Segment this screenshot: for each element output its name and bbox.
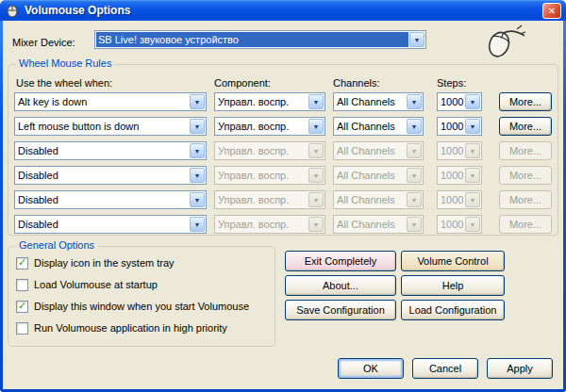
trigger-select-1[interactable]: Alt key is down ▼ xyxy=(14,92,207,111)
column-header-when: Use the wheel when: xyxy=(16,77,112,89)
chevron-down-icon[interactable]: ▼ xyxy=(190,94,205,109)
more-button-1[interactable]: More... xyxy=(499,92,552,111)
cancel-button[interactable]: Cancel xyxy=(412,358,478,379)
chevron-down-icon: ▼ xyxy=(308,192,324,207)
channels-select-3: All Channels ▼ xyxy=(333,141,424,160)
chevron-down-icon: ▼ xyxy=(308,143,324,158)
trigger-value-2: Left mouse button is down xyxy=(16,119,189,134)
more-button-4: More... xyxy=(499,166,552,185)
help-button[interactable]: Help xyxy=(401,275,505,296)
chevron-down-icon[interactable]: ▼ xyxy=(190,143,205,158)
chevron-glyph: ▼ xyxy=(470,99,476,106)
apply-button[interactable]: Apply xyxy=(487,358,553,379)
checkbox-label: Load Volumouse at startup xyxy=(34,279,158,290)
general-options-title: General Options xyxy=(16,239,97,251)
chevron-glyph: ▼ xyxy=(470,148,476,155)
chevron-glyph: ▼ xyxy=(194,197,201,204)
chevron-glyph: ▼ xyxy=(313,99,320,106)
steps-value-3: 1000 xyxy=(439,143,464,158)
chevron-down-icon[interactable]: ▼ xyxy=(190,119,205,134)
channels-select-1[interactable]: All Channels ▼ xyxy=(333,92,424,111)
checkbox-box[interactable] xyxy=(16,279,28,291)
chevron-glyph: ▼ xyxy=(411,221,418,228)
mixer-device-label: Mixer Device: xyxy=(12,37,75,48)
close-button[interactable]: ✕ xyxy=(542,3,561,19)
chevron-down-icon[interactable]: ▼ xyxy=(409,32,424,47)
steps-select-1[interactable]: 1000 ▼ xyxy=(437,92,482,111)
app-mouse-icon xyxy=(5,4,20,18)
trigger-select-3[interactable]: Disabled ▼ xyxy=(14,141,207,160)
steps-select-2[interactable]: 1000 ▼ xyxy=(437,117,482,136)
volume-control-button[interactable]: Volume Control xyxy=(401,251,505,271)
chevron-glyph: ▼ xyxy=(194,148,201,155)
checkbox-high-priority[interactable]: Run Volumouse application in high priori… xyxy=(16,321,227,335)
component-select-1[interactable]: Управл. воспр. ▼ xyxy=(214,92,325,111)
window-title: Volumouse Options xyxy=(25,4,130,17)
chevron-down-icon[interactable]: ▼ xyxy=(465,119,480,134)
chevron-down-icon[interactable]: ▼ xyxy=(308,94,324,109)
chevron-glyph: ▼ xyxy=(313,221,320,228)
chevron-down-icon: ▼ xyxy=(308,217,324,232)
chevron-glyph: ▼ xyxy=(470,221,476,228)
checkbox-label: Run Volumouse application in high priori… xyxy=(34,322,227,334)
column-header-steps: Steps: xyxy=(437,77,466,89)
general-options-group: General Options ✓ Display icon in the sy… xyxy=(8,246,275,347)
chevron-down-icon[interactable]: ▼ xyxy=(465,94,480,109)
chevron-down-icon[interactable]: ▼ xyxy=(407,94,422,109)
trigger-value-4: Disabled xyxy=(16,168,189,183)
checkbox-box[interactable]: ✓ xyxy=(16,257,28,270)
component-select-6: Управл. воспр. ▼ xyxy=(214,215,325,234)
steps-value-6: 1000 xyxy=(439,217,464,232)
more-button-3: More... xyxy=(499,141,552,160)
channels-select-5: All Channels ▼ xyxy=(333,190,424,209)
more-button-6: More... xyxy=(499,215,552,234)
chevron-down-icon: ▼ xyxy=(465,168,480,183)
trigger-value-6: Disabled xyxy=(16,217,189,232)
chevron-down-icon[interactable]: ▼ xyxy=(407,119,422,134)
chevron-down-icon[interactable]: ▼ xyxy=(190,168,205,183)
chevron-down-icon[interactable]: ▼ xyxy=(190,192,205,207)
trigger-select-6[interactable]: Disabled ▼ xyxy=(14,215,207,234)
component-select-2[interactable]: Управл. воспр. ▼ xyxy=(214,117,325,136)
rule-row-2: Left mouse button is down ▼ Управл. восп… xyxy=(8,117,558,136)
component-value-3: Управл. воспр. xyxy=(216,143,308,158)
chevron-down-icon: ▼ xyxy=(407,192,422,207)
checkbox-display-tray-icon[interactable]: ✓ Display icon in the system tray xyxy=(16,256,175,270)
ok-button[interactable]: OK xyxy=(338,358,404,379)
chevron-glyph: ▼ xyxy=(411,99,418,106)
chevron-glyph: ▼ xyxy=(194,172,201,179)
trigger-select-4[interactable]: Disabled ▼ xyxy=(14,166,207,185)
mixer-device-select[interactable]: SB Live! звуковое устройство ▼ xyxy=(94,30,426,49)
steps-select-5: 1000 ▼ xyxy=(437,190,482,209)
volumouse-options-window: Volumouse Options ✕ Mixer Device: SB Liv… xyxy=(0,0,566,392)
channels-value-4: All Channels xyxy=(335,168,406,183)
checkbox-box[interactable]: ✓ xyxy=(16,301,28,313)
load-configuration-button[interactable]: Load Configuration xyxy=(401,300,505,320)
steps-select-3: 1000 ▼ xyxy=(437,141,482,160)
about-button[interactable]: About... xyxy=(285,275,396,296)
chevron-down-icon[interactable]: ▼ xyxy=(190,217,205,232)
trigger-select-2[interactable]: Left mouse button is down ▼ xyxy=(14,117,207,136)
chevron-down-icon: ▼ xyxy=(465,143,480,158)
steps-value-2: 1000 xyxy=(439,119,464,134)
chevron-down-icon[interactable]: ▼ xyxy=(308,119,324,134)
component-select-3: Управл. воспр. ▼ xyxy=(214,141,325,160)
trigger-value-1: Alt key is down xyxy=(16,94,189,109)
checkbox-box[interactable] xyxy=(16,322,28,335)
channels-select-4: All Channels ▼ xyxy=(333,166,424,185)
chevron-glyph: ▼ xyxy=(313,123,320,130)
titlebar[interactable]: Volumouse Options ✕ xyxy=(0,0,566,21)
channels-value-2: All Channels xyxy=(335,119,406,134)
chevron-glyph: ▼ xyxy=(411,123,418,130)
checkbox-display-window-on-start[interactable]: ✓ Display this window when you start Vol… xyxy=(16,300,249,313)
column-header-channels: Channels: xyxy=(333,77,380,89)
channels-select-2[interactable]: All Channels ▼ xyxy=(333,117,424,136)
wheel-mouse-rules-group: Wheel Mouse Rules Use the wheel when: Co… xyxy=(8,64,558,236)
channels-value-1: All Channels xyxy=(335,94,406,109)
checkbox-load-at-startup[interactable]: Load Volumouse at startup xyxy=(16,278,158,291)
more-button-2[interactable]: More... xyxy=(499,117,552,136)
steps-select-6: 1000 ▼ xyxy=(437,215,482,234)
save-configuration-button[interactable]: Save Configuration xyxy=(285,300,396,320)
exit-completely-button[interactable]: Exit Completely xyxy=(285,251,396,271)
trigger-select-5[interactable]: Disabled ▼ xyxy=(14,190,207,209)
